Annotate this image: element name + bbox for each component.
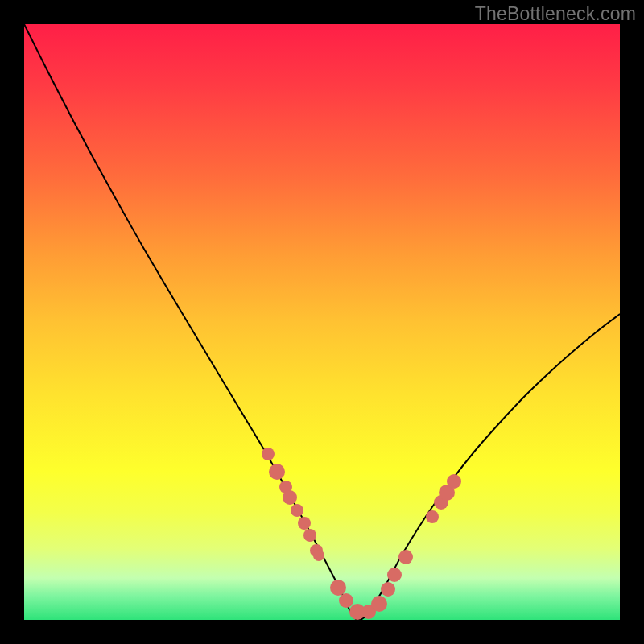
chart-svg bbox=[24, 24, 620, 620]
highlight-dot bbox=[298, 517, 311, 530]
highlight-dot bbox=[303, 529, 316, 542]
bottleneck-curve bbox=[24, 24, 620, 620]
highlight-dot bbox=[269, 464, 285, 480]
highlight-dot bbox=[283, 490, 297, 505]
curve-path bbox=[24, 24, 620, 620]
highlight-dot bbox=[339, 593, 353, 608]
highlight-dot bbox=[371, 596, 387, 612]
chart-frame: TheBottleneck.com bbox=[0, 0, 644, 644]
highlight-dot bbox=[447, 474, 461, 489]
highlight-dot bbox=[262, 448, 275, 460]
highlight-dot bbox=[291, 504, 303, 517]
highlight-dot bbox=[426, 510, 439, 523]
highlight-dot bbox=[387, 568, 402, 582]
highlight-dot bbox=[381, 582, 395, 597]
highlight-dot bbox=[330, 580, 346, 596]
watermark-text: TheBottleneck.com bbox=[475, 3, 636, 25]
chart-plot-area bbox=[24, 24, 620, 620]
highlight-dot bbox=[313, 550, 324, 561]
highlight-dot bbox=[398, 550, 413, 564]
highlight-dots bbox=[262, 448, 461, 620]
